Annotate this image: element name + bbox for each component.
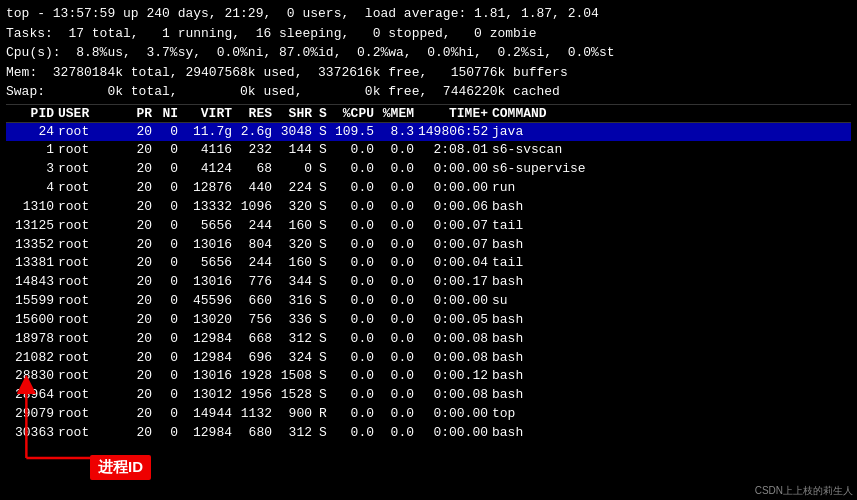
cell-user: root [58, 349, 126, 368]
cell-shr: 312 [276, 330, 316, 349]
cell-shr: 160 [276, 254, 316, 273]
cell-user: root [58, 424, 126, 443]
table-header: PID USER PR NI VIRT RES SHR S %CPU %MEM … [6, 104, 851, 123]
cell-cpu: 0.0 [334, 349, 378, 368]
cell-virt: 13016 [182, 273, 236, 292]
cell-ni: 0 [156, 424, 182, 443]
table-row: 18978 root 20 0 12984 668 312 S 0.0 0.0 … [6, 330, 851, 349]
cell-cmd: bash [492, 273, 612, 292]
cell-s: S [316, 330, 334, 349]
table-row: 4 root 20 0 12876 440 224 S 0.0 0.0 0:00… [6, 179, 851, 198]
col-header-ni: NI [156, 106, 182, 121]
cell-pid: 15599 [6, 292, 58, 311]
cell-pid: 15600 [6, 311, 58, 330]
cell-cmd: run [492, 179, 612, 198]
col-header-s: S [316, 106, 334, 121]
cell-cpu: 0.0 [334, 254, 378, 273]
cell-res: 696 [236, 349, 276, 368]
table-row: 21082 root 20 0 12984 696 324 S 0.0 0.0 … [6, 349, 851, 368]
cell-ni: 0 [156, 123, 182, 142]
cell-cpu: 0.0 [334, 141, 378, 160]
cell-cmd: bash [492, 349, 612, 368]
cell-user: root [58, 179, 126, 198]
cell-s: S [316, 367, 334, 386]
cell-time: 2:08.01 [418, 141, 492, 160]
cell-time: 0:00.07 [418, 236, 492, 255]
cell-time: 0:00.00 [418, 292, 492, 311]
cell-cmd: bash [492, 330, 612, 349]
table-row: 15599 root 20 0 45596 660 316 S 0.0 0.0 … [6, 292, 851, 311]
cell-mem: 8.3 [378, 123, 418, 142]
cell-cpu: 0.0 [334, 160, 378, 179]
cell-mem: 0.0 [378, 160, 418, 179]
cell-user: root [58, 273, 126, 292]
cell-s: S [316, 198, 334, 217]
cell-pid: 30363 [6, 424, 58, 443]
cell-ni: 0 [156, 236, 182, 255]
cell-pr: 20 [126, 160, 156, 179]
cell-cpu: 0.0 [334, 311, 378, 330]
cell-virt: 12984 [182, 424, 236, 443]
cell-time: 0:00.00 [418, 160, 492, 179]
cell-s: S [316, 386, 334, 405]
table-row: 13352 root 20 0 13016 804 320 S 0.0 0.0 … [6, 236, 851, 255]
cell-shr: 324 [276, 349, 316, 368]
cell-mem: 0.0 [378, 141, 418, 160]
cell-ni: 0 [156, 254, 182, 273]
cell-cpu: 0.0 [334, 424, 378, 443]
cell-cpu: 0.0 [334, 292, 378, 311]
cell-ni: 0 [156, 330, 182, 349]
cell-s: S [316, 292, 334, 311]
cell-user: root [58, 386, 126, 405]
cell-res: 660 [236, 292, 276, 311]
cell-mem: 0.0 [378, 349, 418, 368]
cell-shr: 320 [276, 236, 316, 255]
cell-ni: 0 [156, 179, 182, 198]
cell-shr: 344 [276, 273, 316, 292]
cell-ni: 0 [156, 273, 182, 292]
table-row: 1 root 20 0 4116 232 144 S 0.0 0.0 2:08.… [6, 141, 851, 160]
cell-pr: 20 [126, 405, 156, 424]
cell-s: S [316, 179, 334, 198]
cell-cpu: 0.0 [334, 217, 378, 236]
cell-virt: 12876 [182, 179, 236, 198]
cell-cmd: bash [492, 198, 612, 217]
cell-time: 0:00.04 [418, 254, 492, 273]
col-header-mem: %MEM [378, 106, 418, 121]
cell-pid: 24 [6, 123, 58, 142]
cell-ni: 0 [156, 311, 182, 330]
cell-time: 0:00.00 [418, 405, 492, 424]
cell-ni: 0 [156, 386, 182, 405]
cell-cmd: bash [492, 311, 612, 330]
cell-res: 2.6g [236, 123, 276, 142]
cell-virt: 14944 [182, 405, 236, 424]
cell-ni: 0 [156, 292, 182, 311]
header-line-1: top - 13:57:59 up 240 days, 21:29, 0 use… [6, 4, 851, 24]
table-row: 29079 root 20 0 14944 1132 900 R 0.0 0.0… [6, 405, 851, 424]
cell-s: S [316, 273, 334, 292]
cell-cmd: bash [492, 386, 612, 405]
header-line-3: Cpu(s): 8.8%us, 3.7%sy, 0.0%ni, 87.0%id,… [6, 43, 851, 63]
cell-user: root [58, 217, 126, 236]
cell-user: root [58, 254, 126, 273]
cell-cmd: s6-supervise [492, 160, 612, 179]
cell-res: 68 [236, 160, 276, 179]
cell-pr: 20 [126, 424, 156, 443]
cell-pid: 4 [6, 179, 58, 198]
cell-time: 0:00.08 [418, 386, 492, 405]
col-header-pid: PID [6, 106, 58, 121]
cell-user: root [58, 311, 126, 330]
cell-mem: 0.0 [378, 367, 418, 386]
cell-s: S [316, 349, 334, 368]
cell-user: root [58, 141, 126, 160]
cell-shr: 1528 [276, 386, 316, 405]
cell-cpu: 0.0 [334, 179, 378, 198]
table-row: 13125 root 20 0 5656 244 160 S 0.0 0.0 0… [6, 217, 851, 236]
cell-mem: 0.0 [378, 273, 418, 292]
cell-shr: 3048 [276, 123, 316, 142]
cell-pr: 20 [126, 254, 156, 273]
cell-pid: 13125 [6, 217, 58, 236]
cell-ni: 0 [156, 141, 182, 160]
cell-cmd: top [492, 405, 612, 424]
cell-time: 0:00.17 [418, 273, 492, 292]
